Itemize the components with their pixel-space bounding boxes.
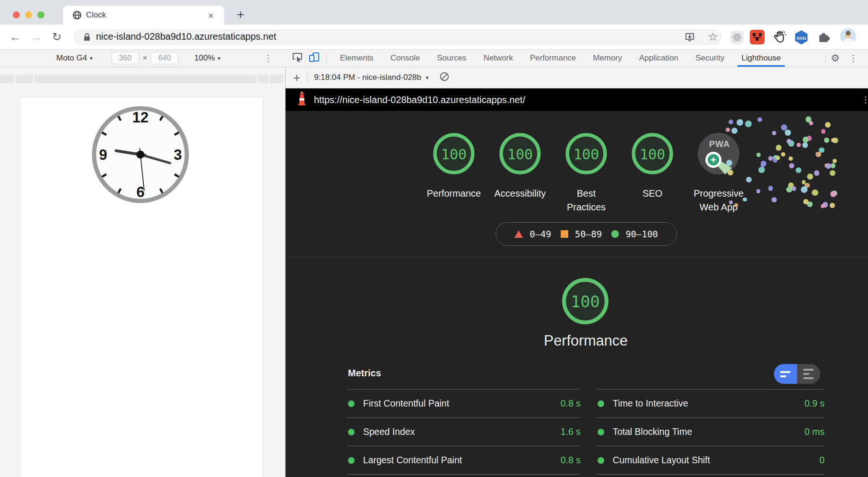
svg-extension-icon[interactable]: SVG bbox=[793, 29, 809, 45]
red-sitemap-extension-icon[interactable] bbox=[749, 29, 765, 45]
clock-numeral-12: 12 bbox=[132, 109, 148, 126]
react-devtools-extension-icon[interactable] bbox=[729, 29, 745, 45]
confetti-dot bbox=[768, 186, 773, 191]
metric-value: 0.9 s bbox=[805, 398, 825, 409]
metrics-column-left: First Contentful Paint 0.8 s Speed Index… bbox=[347, 389, 581, 475]
score-accessibility[interactable]: 100 Accessibility bbox=[487, 133, 553, 214]
confetti-dot bbox=[801, 186, 807, 193]
devtools-menu-icon[interactable]: ⋮ bbox=[849, 53, 858, 63]
dimensions-times-glyph: × bbox=[143, 54, 147, 62]
tab-lighthouse[interactable]: Lighthouse bbox=[733, 50, 789, 67]
confetti-dot bbox=[776, 145, 782, 151]
tab-application[interactable]: Application bbox=[631, 50, 687, 67]
metrics-toggle-condensed-icon[interactable] bbox=[774, 364, 797, 384]
pwa-badge-item[interactable]: PWA Progressive Web App bbox=[686, 133, 752, 214]
close-window-button[interactable] bbox=[13, 11, 20, 18]
metric-pass-dot bbox=[598, 429, 604, 435]
zoom-window-button[interactable] bbox=[37, 11, 44, 18]
confetti-dot bbox=[726, 128, 730, 132]
report-selector[interactable]: 9:18:04 PM - nice-island-028b bbox=[314, 73, 421, 82]
tab-close-icon[interactable]: × bbox=[205, 9, 217, 22]
confetti-dot bbox=[785, 130, 791, 136]
extensions-puzzle-icon[interactable] bbox=[816, 29, 832, 45]
toolbar-divider bbox=[825, 53, 826, 63]
confetti-dot bbox=[807, 173, 813, 180]
confetti-dot bbox=[757, 117, 762, 122]
lock-icon bbox=[83, 33, 91, 44]
category-title: Performance bbox=[347, 332, 825, 349]
confetti-dot bbox=[832, 191, 837, 196]
metric-pass-dot bbox=[348, 457, 355, 464]
metric-label: Time to Interactive bbox=[613, 398, 805, 409]
minimize-window-button[interactable] bbox=[25, 11, 32, 18]
new-report-button[interactable]: + bbox=[293, 70, 300, 85]
score-seo[interactable]: 100 SEO bbox=[619, 133, 686, 214]
metric-pass-dot bbox=[598, 400, 604, 407]
tab-security[interactable]: Security bbox=[687, 50, 733, 67]
clock-numeral-9: 9 bbox=[99, 147, 107, 163]
confetti-dot bbox=[805, 183, 809, 188]
hand-tool-extension-icon[interactable] bbox=[772, 29, 787, 45]
zoom-select[interactable]: 100% bbox=[194, 53, 215, 63]
toggle-device-toolbar-icon[interactable] bbox=[308, 51, 321, 65]
ruler-segment bbox=[270, 75, 283, 83]
tab-title: Clock bbox=[86, 6, 106, 25]
inspect-element-icon[interactable] bbox=[291, 51, 304, 65]
metric-row-cumulative-layout-shift: Cumulative Layout Shift 0 bbox=[597, 446, 825, 474]
clock-hub bbox=[137, 151, 145, 159]
score-performance[interactable]: 100 Performance bbox=[421, 133, 487, 214]
devtools-settings-gear-icon[interactable]: ⚙ bbox=[831, 52, 840, 64]
metrics-view-toggle[interactable] bbox=[774, 364, 820, 384]
tab-performance[interactable]: Performance bbox=[521, 50, 584, 67]
metrics-toggle-expanded-icon[interactable] bbox=[797, 364, 820, 384]
viewport-height-input[interactable] bbox=[151, 52, 178, 64]
confetti-dot bbox=[824, 138, 829, 143]
confetti-dot bbox=[796, 167, 801, 173]
confetti-dot bbox=[825, 163, 831, 169]
new-tab-button[interactable]: + bbox=[233, 7, 249, 23]
confetti-dot bbox=[809, 121, 813, 125]
back-icon[interactable]: ← bbox=[6, 25, 25, 49]
performance-category-gauge[interactable]: 100 bbox=[562, 278, 609, 325]
report-options-icon[interactable]: ⋮ bbox=[861, 95, 868, 105]
address-omnibox[interactable]: nice-island-028ba9d10.azurestaticapps.ne… bbox=[73, 29, 722, 45]
metric-row-total-blocking-time: Total Blocking Time 0 ms bbox=[597, 417, 825, 446]
pass-circle-icon bbox=[611, 230, 619, 238]
tab-elements[interactable]: Elements bbox=[331, 50, 382, 67]
confetti-dot bbox=[745, 121, 752, 127]
tab-network[interactable]: Network bbox=[475, 50, 521, 67]
url-text: nice-island-028ba9d10.azurestaticapps.ne… bbox=[96, 31, 276, 42]
bookmark-star-icon[interactable]: ☆ bbox=[706, 30, 720, 44]
profile-avatar[interactable] bbox=[840, 28, 856, 44]
metric-value: 0 bbox=[819, 455, 825, 466]
score-best-practices[interactable]: 100 Best Practices bbox=[553, 133, 619, 214]
device-toolbar-menu-icon[interactable]: ⋮ bbox=[264, 53, 272, 63]
tab-sources[interactable]: Sources bbox=[428, 50, 475, 67]
pwa-badge-icon: PWA bbox=[698, 133, 739, 174]
device-select[interactable]: Moto G4 bbox=[56, 53, 87, 63]
confetti-dot bbox=[821, 129, 825, 133]
confetti-dot bbox=[729, 120, 734, 125]
confetti-dot bbox=[821, 204, 825, 208]
forward-icon[interactable]: → bbox=[26, 25, 45, 49]
browser-tab[interactable]: Clock × bbox=[63, 6, 224, 25]
clear-reports-icon[interactable] bbox=[439, 71, 450, 84]
confetti-dot bbox=[803, 199, 808, 204]
viewport-width-input[interactable] bbox=[112, 52, 139, 64]
confetti-dot bbox=[802, 142, 808, 148]
metrics-column-right: Time to Interactive 0.9 s Total Blocking… bbox=[597, 389, 825, 475]
tab-memory[interactable]: Memory bbox=[584, 50, 630, 67]
address-bar-row: ← → ↻ nice-island-028ba9d10.azurestatica… bbox=[0, 25, 868, 50]
window-titlebar: Clock × + bbox=[0, 0, 868, 25]
metric-label: Largest Contentful Paint bbox=[363, 455, 561, 466]
reload-icon[interactable]: ↻ bbox=[47, 25, 66, 49]
tab-console[interactable]: Console bbox=[382, 50, 428, 67]
average-square-icon bbox=[561, 230, 568, 238]
install-app-icon[interactable] bbox=[684, 32, 695, 45]
confetti-dot bbox=[830, 203, 835, 208]
legend-pass-range: 90–100 bbox=[625, 229, 658, 239]
lighthouse-toolbar: + 9:18:04 PM - nice-island-028b ▾ bbox=[286, 67, 868, 88]
confetti-dot bbox=[789, 156, 793, 161]
confetti-dot bbox=[761, 161, 766, 166]
report-selector-caret-icon: ▾ bbox=[426, 75, 429, 81]
